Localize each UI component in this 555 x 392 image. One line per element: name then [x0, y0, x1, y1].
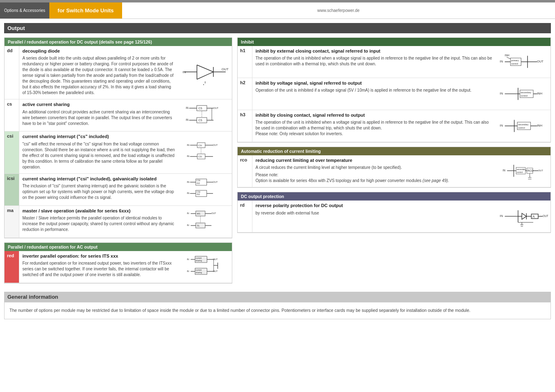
- dc-protection-table: rd reverse polarity protection for DC ou…: [238, 201, 550, 233]
- table-row: h3 inhibit by closing contact, signal re…: [238, 110, 550, 142]
- inhibit-section: Inhibit h1 inhibit by external closing c…: [237, 37, 551, 143]
- svg-text:control: control: [511, 62, 518, 65]
- ac-parallel-header: Parallel / redundant operation for AC ou…: [5, 243, 232, 251]
- diagram-h3: IN secondary control INH: [497, 110, 550, 142]
- svg-marker-126: [522, 213, 526, 219]
- title-dd: decoupling diode: [23, 48, 176, 54]
- svg-text:OUT: OUT: [537, 60, 543, 63]
- svg-text:OUT: OUT: [222, 67, 229, 71]
- svg-text:INH: INH: [505, 54, 509, 57]
- desc-h3: inhibit by closing contact, signal refer…: [252, 110, 497, 142]
- svg-text:•: •: [203, 83, 204, 85]
- diagram-ma: IN MS OUT IN SL: [178, 205, 232, 238]
- svg-text:IN: IN: [500, 124, 503, 127]
- diagram-red-svg: IN current sharing OUT IN current: [180, 253, 230, 280]
- desc-note-rco: Please note:Option is avalaible for seri…: [256, 172, 494, 184]
- svg-text:IN: IN: [187, 212, 189, 214]
- diagram-cs-svg: IN CS OUT IN CS: [180, 101, 230, 128]
- general-info-header: General information: [4, 292, 551, 302]
- svg-text:INH: INH: [537, 124, 542, 127]
- code-icsi: icsi: [5, 173, 19, 205]
- svg-text:INH: INH: [537, 92, 542, 95]
- desc-red: inverter parallel operation: for series …: [19, 251, 178, 283]
- dc-protection-section: DC output protection rd reverse polarity…: [237, 192, 551, 233]
- svg-line-4: [197, 72, 213, 79]
- svg-text:RCO: RCO: [527, 169, 533, 172]
- diagram-rco: IN secondary control RCO OUT: [497, 155, 550, 187]
- table-row: h2 inhibit by voltage signal, signal ref…: [238, 78, 550, 110]
- svg-text:IN: IN: [187, 143, 190, 146]
- diagram-cs: IN CS OUT IN CS: [178, 99, 232, 131]
- code-csi: csi: [5, 131, 19, 173]
- desc-text-red: For redundant operation or for increased…: [23, 261, 176, 278]
- svg-text:IN: IN: [183, 70, 186, 74]
- diagram-h1: IN primary control OUT INH: [497, 46, 550, 78]
- svg-text:ISO: ISO: [197, 194, 200, 196]
- svg-text:CSI: CSI: [198, 155, 202, 158]
- svg-text:secondary: secondary: [521, 91, 532, 94]
- svg-text:IN: IN: [187, 191, 190, 194]
- title-rco: reducing current limiting at over temper…: [256, 157, 494, 164]
- table-row: dd decoupling diode A series diode built…: [5, 46, 232, 99]
- desc-text-cs: An additional control circuit provides a…: [23, 109, 176, 127]
- table-row: icsi current sharing interrupt ("csi" in…: [5, 173, 232, 205]
- svg-text:SL: SL: [197, 224, 200, 227]
- svg-text:control: control: [517, 171, 523, 173]
- left-column: Parallel / redundant operation for DC ou…: [4, 37, 232, 284]
- title-icsi: current sharing interrupt ("csi" include…: [23, 176, 176, 182]
- svg-line-89: [506, 57, 510, 59]
- svg-text:IN: IN: [500, 214, 503, 218]
- title-h2: inhibit by voltage signal, signal referr…: [256, 80, 494, 86]
- svg-text:control: control: [521, 95, 528, 97]
- ac-parallel-table: red inverter parallel operation: for ser…: [5, 251, 232, 283]
- svg-text:MS: MS: [197, 212, 200, 215]
- svg-line-3: [197, 65, 213, 72]
- title-rd: reverse polarity protection for DC outpu…: [256, 203, 494, 209]
- desc-text-h3: The operation of the unit is inhibited w…: [256, 120, 494, 137]
- output-section-header: Output: [4, 23, 551, 33]
- desc-cs: active current sharing An additional con…: [19, 99, 178, 131]
- diagram-h2: IN secondary control INH: [497, 78, 550, 110]
- desc-h1: inhibit by external closing contact, sig…: [252, 46, 497, 78]
- dc-parallel-table: dd decoupling diode A series diode built…: [5, 46, 232, 238]
- desc-text-ma: Master / Slave interface permits the par…: [23, 215, 176, 233]
- svg-text:control: control: [518, 127, 525, 129]
- svg-text:secondary: secondary: [518, 123, 529, 126]
- svg-text:OUT: OUT: [211, 212, 216, 214]
- diagram-h3-svg: IN secondary control INH: [499, 112, 548, 139]
- svg-text:IN: IN: [187, 180, 190, 183]
- inhibit-table: h1 inhibit by external closing contact, …: [238, 46, 550, 142]
- header-url: www.schaeferpower.de: [122, 8, 555, 13]
- svg-text:CS: CS: [199, 107, 203, 110]
- code-rco: rco: [238, 155, 252, 187]
- table-row: h1 inhibit by external closing contact, …: [238, 46, 550, 78]
- svg-text:OUT: OUT: [543, 215, 548, 218]
- general-info-section: The number of options per module may be …: [4, 302, 551, 319]
- table-row: ma master / slave operation (avalaible f…: [5, 205, 232, 238]
- svg-text:OUT: OUT: [538, 169, 543, 172]
- auto-reduction-table: rco reducing current limiting at over te…: [238, 155, 550, 187]
- svg-text:IN: IN: [186, 106, 189, 109]
- svg-text:sharing: sharing: [196, 272, 202, 274]
- desc-text-dd: A series diode built into the units outp…: [23, 55, 176, 96]
- svg-text:current: current: [196, 269, 202, 271]
- diagram-h2-svg: IN secondary control INH: [499, 80, 548, 107]
- desc-csi: current sharing interrupt ("cs" included…: [19, 131, 178, 173]
- header-left: Options & Accessories for Switch Mode Un…: [0, 2, 122, 18]
- svg-text:primary: primary: [511, 59, 519, 62]
- desc-text-h1: The operation of the unit is inhibited w…: [256, 55, 494, 67]
- svg-text:CSI/: CSI/: [197, 191, 201, 193]
- svg-text:IN: IN: [500, 60, 503, 63]
- general-info-text: The number of options per module may be …: [9, 307, 546, 314]
- desc-text-rd: by reverse diode with external fuse: [256, 210, 494, 216]
- dc-protection-header: DC output protection: [238, 192, 550, 201]
- svg-text:secondary: secondary: [517, 168, 526, 171]
- code-dd: dd: [5, 46, 19, 99]
- svg-text:IN: IN: [500, 92, 503, 95]
- svg-text:ISO: ISO: [197, 182, 200, 184]
- desc-icsi: current sharing interrupt ("csi" include…: [19, 173, 178, 205]
- code-h1: h1: [238, 46, 252, 78]
- auto-reduction-section: Automatic reduction of current limiting …: [237, 147, 551, 188]
- svg-text:A: A: [532, 215, 535, 219]
- desc-text-icsi: The inclusion of "csi" (current sharing …: [23, 183, 176, 201]
